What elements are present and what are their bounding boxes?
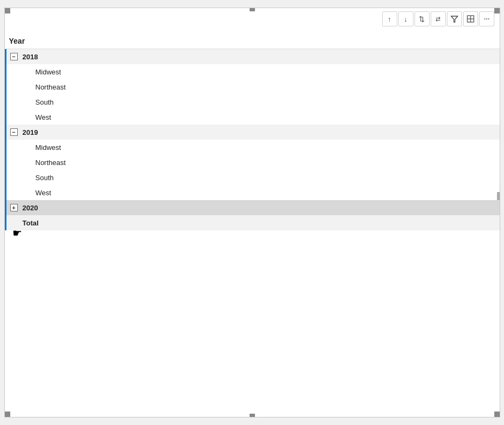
year-row-2018[interactable]: − 2018 (5, 49, 500, 64)
region-row-2019-west[interactable]: West (5, 185, 500, 200)
total-row[interactable]: Total (5, 215, 500, 230)
region-label: South (34, 174, 500, 182)
expand-icon (467, 15, 474, 23)
sort-ascending-button[interactable]: ↑ (382, 11, 397, 26)
region-label: Northeast (34, 159, 500, 167)
region-row-2018-south[interactable]: South (5, 94, 500, 109)
expand-col-2020[interactable]: + (6, 204, 22, 211)
resize-corner-bl[interactable] (5, 412, 10, 417)
more-options-button[interactable]: ··· (479, 11, 494, 26)
move-button[interactable]: ⇄ (431, 11, 446, 26)
content-area: Year − 2018 Midwest (5, 32, 500, 417)
column-title: Year (9, 37, 25, 45)
resize-handle-top[interactable] (250, 8, 255, 11)
collapse-2019-button[interactable]: − (10, 128, 18, 136)
region-row-2018-midwest[interactable]: Midwest (5, 64, 500, 79)
region-row-2018-northeast[interactable]: Northeast (5, 79, 500, 94)
region-row-2019-midwest[interactable]: Midwest (5, 140, 500, 155)
expand-2020-button[interactable]: + (10, 204, 18, 211)
collapse-2018-button[interactable]: − (10, 53, 18, 60)
total-label: Total (22, 219, 500, 227)
year-label-2018: 2018 (22, 53, 500, 61)
resize-corner-tr[interactable] (494, 8, 500, 13)
region-row-2019-south[interactable]: South (5, 170, 500, 185)
expand-col-2018[interactable]: − (6, 53, 22, 60)
region-label: West (34, 189, 500, 197)
resize-corner-br[interactable] (494, 412, 500, 417)
region-label: Midwest (34, 68, 500, 76)
total-group: Total (5, 215, 500, 230)
region-label: South (34, 98, 500, 106)
svg-marker-0 (451, 16, 458, 22)
region-row-2019-northeast[interactable]: Northeast (5, 155, 500, 170)
sort-descending-button[interactable]: ↓ (398, 11, 413, 26)
resize-corner-tl[interactable] (5, 8, 10, 13)
region-label: Northeast (34, 83, 500, 91)
year-group-2018: − 2018 Midwest Northeast Sout (5, 49, 500, 125)
filter-icon (451, 15, 458, 23)
year-label-2020: 2020 (22, 204, 500, 212)
year-row-2019[interactable]: − 2019 (5, 125, 500, 140)
year-group-2020: + 2020 (5, 200, 500, 215)
region-label: Midwest (34, 143, 500, 152)
year-row-2020[interactable]: + 2020 (5, 200, 500, 215)
tree-table: − 2018 Midwest Northeast Sout (5, 49, 500, 230)
region-row-2018-west[interactable]: West (5, 109, 500, 125)
region-label: West (34, 113, 500, 121)
filter-button[interactable] (447, 11, 462, 26)
column-header: Year (5, 32, 500, 49)
resize-handle-bottom[interactable] (250, 414, 255, 417)
sort-both-button[interactable]: ⇅ (415, 11, 430, 26)
main-container: ↑ ↓ ⇅ ⇄ ··· Year (4, 8, 500, 417)
year-label-2019: 2019 (22, 128, 500, 136)
year-group-2019: − 2019 Midwest Northeast Sout (5, 125, 500, 200)
toolbar: ↑ ↓ ⇅ ⇄ ··· (382, 11, 494, 26)
expand-collapse-button[interactable] (463, 11, 478, 26)
expand-col-2019[interactable]: − (6, 128, 22, 136)
